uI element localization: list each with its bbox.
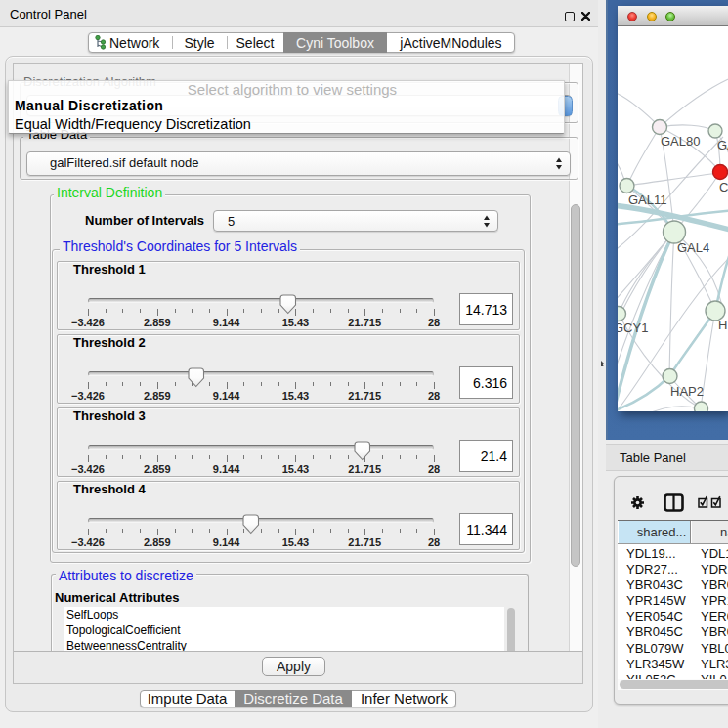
- svg-text:GCY1: GCY1: [618, 321, 648, 335]
- svg-text:GAL4: GAL4: [677, 240, 709, 255]
- svg-text:HAP2: HAP2: [670, 384, 704, 399]
- svg-text:C: C: [719, 180, 728, 194]
- svg-text:GAL11: GAL11: [628, 193, 667, 207]
- svg-text:GA: GA: [717, 138, 728, 152]
- svg-text:GAL80: GAL80: [661, 134, 700, 149]
- svg-text:H: H: [718, 318, 727, 332]
